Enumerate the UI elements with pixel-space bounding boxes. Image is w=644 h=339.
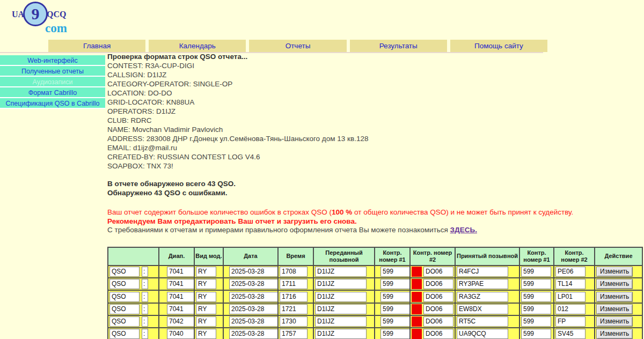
edit-button[interactable]: Изменить — [596, 316, 633, 327]
received-number2-input[interactable]: LP01 — [555, 292, 586, 302]
time-input[interactable]: 1757 — [280, 329, 308, 339]
sent-callsign-input[interactable]: D1IJZ — [315, 292, 367, 302]
sent-number1-input[interactable]: 599 — [380, 279, 410, 289]
colon-input[interactable]: : — [142, 292, 148, 302]
sent-callsign-input[interactable]: D1IJZ — [315, 279, 367, 289]
edit-button[interactable]: Изменить — [596, 292, 633, 302]
received-number1-input[interactable]: 599 — [521, 304, 551, 314]
sent-number2-input[interactable]: DO06 — [423, 316, 453, 327]
sent-number2-input[interactable]: DO06 — [423, 279, 453, 289]
mode-input[interactable]: RY — [196, 316, 216, 327]
received-number2-input[interactable]: SV45 — [555, 329, 586, 339]
received-number1-input[interactable]: 599 — [521, 329, 551, 339]
sent-callsign-input[interactable]: D1IJZ — [315, 267, 367, 277]
colon-input[interactable]: : — [142, 316, 148, 327]
date-input[interactable]: 2025-03-28 — [229, 304, 278, 314]
received-number2-input[interactable]: TL14 — [555, 279, 586, 289]
sent-number2-input[interactable]: DO06 — [423, 329, 453, 339]
time-input[interactable]: 1716 — [280, 292, 308, 302]
date-input[interactable]: 2025-03-28 — [229, 292, 278, 302]
mode-input[interactable]: RY — [196, 267, 216, 277]
top-navigation: Главная Календарь Отчеты Результаты Помо… — [48, 40, 547, 52]
sidebar-item-web-interface[interactable]: Web-интерфейс — [0, 55, 105, 66]
received-number2-input[interactable]: 012 — [555, 304, 586, 314]
received-callsign-input[interactable]: R4FCJ — [457, 267, 508, 277]
sent-number1-input[interactable]: 599 — [380, 292, 410, 302]
nav-item-home[interactable]: Главная — [48, 40, 145, 52]
main-content: Проверка формата строк QSO отчета... CON… — [107, 52, 644, 339]
received-number1-input[interactable]: 599 — [521, 267, 551, 277]
sent-number2-input[interactable]: DO06 — [423, 267, 453, 277]
header-rcvd-nr2: Контр. номер #2 — [554, 247, 595, 266]
sent-number1-input[interactable]: 599 — [380, 304, 410, 314]
colon-input[interactable]: : — [142, 267, 148, 277]
sent-number2-input[interactable]: DO06 — [423, 304, 453, 314]
sent-number1-input[interactable]: 599 — [380, 329, 410, 339]
qso-label-input[interactable]: QSO — [109, 316, 140, 327]
band-input[interactable]: 7041 — [167, 292, 194, 302]
sent-callsign-input[interactable]: D1IJZ — [315, 316, 367, 327]
report-line-location: LOCATION: DO-DO — [107, 89, 644, 98]
band-input[interactable]: 7041 — [167, 304, 194, 314]
qso-label-input[interactable]: QSO — [109, 279, 140, 289]
received-number2-input[interactable]: PE06 — [555, 267, 586, 277]
nav-item-results[interactable]: Результаты — [350, 40, 447, 52]
time-input[interactable]: 1730 — [280, 316, 308, 327]
date-input[interactable]: 2025-03-28 — [229, 267, 278, 277]
colon-input[interactable]: : — [142, 329, 148, 339]
received-number1-input[interactable]: 599 — [521, 316, 551, 327]
sidebar-item-received-reports[interactable]: Полученные отчеты — [0, 66, 105, 77]
colon-input[interactable]: : — [142, 304, 148, 314]
time-input[interactable]: 1708 — [280, 267, 308, 277]
header-mode: Вид мод. — [194, 247, 223, 266]
received-callsign-input[interactable]: UA9QCQ — [457, 329, 508, 339]
sidebar-item-cabrillo-format[interactable]: Формат Cabrillo — [0, 87, 105, 98]
warning-percent: 100 % — [332, 208, 352, 216]
sent-number1-input[interactable]: 599 — [380, 316, 410, 327]
nav-item-site-help[interactable]: Помощь сайту — [450, 40, 547, 52]
band-input[interactable]: 7041 — [167, 267, 194, 277]
received-callsign-input[interactable]: RY3PAE — [457, 279, 508, 289]
received-number1-input[interactable]: 599 — [521, 279, 551, 289]
received-callsign-input[interactable]: RT5C — [457, 316, 508, 327]
site-logo[interactable]: UA 9 QCQ com — [12, 2, 135, 34]
sent-callsign-input[interactable]: D1IJZ — [315, 304, 367, 314]
edit-button[interactable]: Изменить — [596, 267, 633, 277]
mode-input[interactable]: RY — [196, 329, 216, 339]
band-input[interactable]: 7042 — [167, 316, 194, 327]
qso-label-input[interactable]: QSO — [109, 304, 140, 314]
mode-input[interactable]: RY — [196, 292, 216, 302]
sent-callsign-input[interactable]: D1IJZ — [315, 329, 367, 339]
time-input[interactable]: 1711 — [280, 279, 308, 289]
band-input[interactable]: 7040 — [167, 329, 194, 339]
received-callsign-input[interactable]: RA3GZ — [457, 292, 508, 302]
qso-label-input[interactable]: QSO — [109, 267, 140, 277]
here-link[interactable]: ЗДЕСЬ. — [450, 226, 477, 234]
sent-number2-input[interactable]: DO06 — [423, 292, 453, 302]
date-input[interactable]: 2025-03-28 — [229, 316, 278, 327]
nav-item-reports[interactable]: Отчеты — [249, 40, 346, 52]
edit-button[interactable]: Изменить — [596, 304, 633, 314]
colon-input[interactable]: : — [142, 279, 148, 289]
mode-input[interactable]: RY — [196, 304, 216, 314]
sidebar-item-qso-spec-cabrillo[interactable]: Спецификация QSO в Cabrillo — [0, 98, 105, 109]
header-band: Диап. — [159, 247, 194, 266]
received-number1-input[interactable]: 599 — [521, 292, 551, 302]
edit-button[interactable]: Изменить — [596, 329, 633, 339]
date-input[interactable]: 2025-03-28 — [229, 279, 278, 289]
received-callsign-input[interactable]: EW8DX — [457, 304, 508, 314]
received-number2-input[interactable]: FP — [555, 316, 586, 327]
qso-label-input[interactable]: QSO — [109, 292, 140, 302]
sent-number1-input[interactable]: 599 — [380, 267, 410, 277]
time-input[interactable]: 1721 — [280, 304, 308, 314]
logo-nine-circle: 9 — [23, 2, 48, 26]
qso-label-input[interactable]: QSO — [109, 329, 140, 339]
mode-input[interactable]: RY — [196, 279, 216, 289]
date-input[interactable]: 2025-03-28 — [229, 329, 278, 339]
header-sent-nr2: Контр. номер #2 — [410, 247, 455, 266]
warning-part2: от общего количества QSO) и не может быт… — [352, 208, 573, 216]
edit-button[interactable]: Изменить — [596, 279, 633, 289]
nav-item-calendar[interactable]: Календарь — [149, 40, 246, 52]
band-input[interactable]: 7041 — [167, 279, 194, 289]
report-line-name: NAME: Movchan Vladimir Pavlovich — [107, 125, 644, 134]
